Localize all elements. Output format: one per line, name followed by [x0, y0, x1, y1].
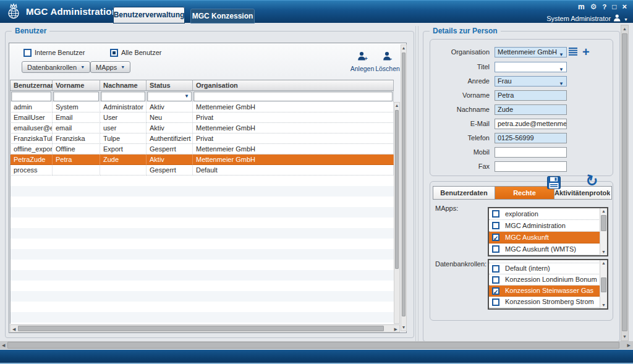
filter-input[interactable]	[11, 91, 51, 101]
table-cell: Petra	[53, 154, 100, 165]
filter-input[interactable]	[101, 91, 145, 101]
scrollbar-thumb[interactable]	[622, 33, 627, 331]
mapps-list-scrollbar[interactable]: ▲ ▼	[600, 208, 607, 255]
datenbankrollen-dropdown-label: Datenbankrollen	[27, 62, 77, 72]
scroll-down-icon[interactable]: ▼	[600, 302, 607, 308]
scrollbar-thumb[interactable]	[7, 342, 619, 349]
scroll-up-icon[interactable]: ▲	[600, 260, 607, 266]
nachname-field[interactable]: Zude	[495, 104, 567, 115]
item-checkbox[interactable]	[492, 210, 499, 218]
tab-rechte[interactable]: Rechte	[495, 187, 554, 199]
maximize-icon[interactable]: □	[612, 3, 616, 11]
scroll-down-icon[interactable]: ▼	[621, 334, 628, 340]
table-vertical-scrollbar[interactable]: ▲	[394, 102, 400, 324]
gear-icon[interactable]: ⚙	[590, 3, 597, 11]
scroll-up-icon[interactable]: ▲	[401, 45, 406, 51]
e-mail-field[interactable]: petra.zude@mettenmeier.de	[495, 119, 567, 129]
roles-list-scrollbar[interactable]: ▲ ▼	[600, 260, 607, 308]
scroll-left-icon[interactable]: ◀	[2, 341, 5, 349]
scrollbar-thumb[interactable]	[395, 110, 399, 269]
column-header[interactable]: Organisation	[193, 80, 394, 91]
filter-input[interactable]	[193, 91, 393, 101]
item-label: Default (intern)	[505, 265, 550, 272]
table-cell: Export	[100, 144, 147, 154]
brand-m-icon[interactable]: m	[578, 3, 585, 11]
field-label: Vorname	[433, 90, 490, 101]
item-checkbox[interactable]	[492, 287, 499, 295]
list-item[interactable]: Default (intern)	[489, 263, 600, 274]
anrede-select[interactable]: Frau▼	[495, 76, 567, 87]
list-item[interactable]: MGC Auskunft (WMTS)	[489, 243, 600, 255]
list-item[interactable]: MGC Auskunft	[489, 232, 600, 243]
scroll-right-icon[interactable]: ▶	[627, 341, 631, 349]
table-row[interactable]: FranziskaTulpeFranziskaTulpeAuthentifizi…	[10, 133, 394, 144]
tab-benutzerdaten[interactable]: Benutzerdaten	[433, 187, 495, 199]
column-header[interactable]: Status	[147, 80, 193, 91]
column-header[interactable]: Nachname	[100, 80, 147, 91]
add-organisation-icon[interactable]: +	[582, 46, 590, 57]
scroll-up-icon[interactable]: ▲	[621, 26, 628, 32]
column-header[interactable]: Benutzername	[10, 80, 53, 91]
list-item[interactable]: Konzession Londinium Bonum	[489, 274, 600, 286]
scrollbar-thumb[interactable]	[601, 215, 606, 231]
user-menu[interactable]: System Administrator ▼	[546, 14, 628, 23]
chevron-down-icon[interactable]: ▼	[184, 93, 189, 99]
titel-select[interactable]: ▼	[495, 62, 567, 72]
panel-splitter[interactable]	[418, 26, 418, 347]
tab-aktivit-tenprotokoll[interactable]: Aktivitätenprotokoll	[554, 187, 610, 199]
window-vertical-scrollbar[interactable]: ▲ ▼	[621, 25, 629, 341]
scrollbar-thumb[interactable]	[18, 326, 384, 331]
table-row[interactable]: adminSystemAdministratorAktivMettenmeier…	[10, 102, 394, 112]
vorname-field[interactable]: Petra	[495, 90, 567, 101]
list-item[interactable]: Konzession Stromberg Strom	[489, 297, 600, 308]
scroll-down-icon[interactable]: ▼	[600, 249, 607, 255]
datenbankrollen-dropdown-button[interactable]: Datenbankrollen▼	[22, 61, 90, 73]
table-horizontal-scrollbar[interactable]: ◀ ▶	[10, 324, 400, 332]
item-checkbox[interactable]	[492, 222, 499, 229]
scroll-up-icon[interactable]: ▲	[394, 103, 399, 109]
loeschen-button[interactable]: - Löschen	[374, 51, 401, 72]
organisation-select[interactable]: Mettenmeier GmbH▼	[495, 47, 567, 57]
item-checkbox[interactable]	[492, 276, 499, 284]
column-header[interactable]: Vorname	[53, 80, 100, 91]
scroll-left-icon[interactable]: ◀	[12, 325, 15, 333]
item-checkbox[interactable]	[492, 245, 499, 253]
table-row[interactable]: offline_exportOfflineExportGesperrtMette…	[10, 144, 394, 154]
alle-benutzer-checkbox[interactable]	[110, 49, 118, 57]
item-checkbox[interactable]	[492, 265, 499, 273]
panel-vertical-scrollbar[interactable]: ▲ ▼	[401, 44, 407, 331]
table-cell: Gesperrt	[147, 144, 193, 154]
tab-benutzerverwaltung[interactable]: Benutzerverwaltung	[113, 7, 185, 23]
bottom-status-bar	[0, 350, 633, 364]
list-icon[interactable]	[569, 47, 577, 58]
mapps-dropdown-button[interactable]: MApps▼	[90, 61, 130, 73]
window-horizontal-scrollbar[interactable]: ◀ ▶	[0, 341, 633, 349]
telefon-field[interactable]: 0125-56999	[495, 133, 567, 143]
table-row[interactable]: processGesperrtDefault	[10, 165, 394, 176]
tab-mgc-konzession[interactable]: MGC Konzession	[190, 9, 255, 23]
list-item[interactable]: exploration	[489, 208, 600, 220]
help-icon[interactable]: ?	[602, 3, 606, 11]
scrollbar-thumb[interactable]	[402, 53, 406, 316]
item-checkbox[interactable]	[492, 298, 499, 306]
mobil-field[interactable]	[495, 147, 567, 158]
table-row[interactable]: PetraZudePetraZudeAktivMettenmeier GmbH	[10, 154, 394, 165]
interne-benutzer-checkbox[interactable]	[23, 49, 32, 57]
save-button[interactable]	[547, 176, 561, 192]
close-icon[interactable]: ×	[622, 3, 627, 11]
app-header: MGC Administration BenutzerverwaltungMGC…	[0, 0, 633, 23]
panel-splitter[interactable]	[415, 26, 416, 347]
fax-field[interactable]	[495, 161, 567, 172]
list-item[interactable]: MGC Administration	[489, 220, 600, 232]
filter-input[interactable]	[53, 91, 99, 101]
scroll-down-icon[interactable]: ▼	[401, 324, 406, 331]
table-row[interactable]: emailuser@e...emailuserAktivMettenmeier …	[10, 123, 394, 133]
list-item[interactable]: Konzession Steinwasser Gas	[489, 286, 600, 297]
anlegen-button[interactable]: + Anlegen	[349, 51, 376, 72]
field-label: Fax	[433, 161, 490, 172]
scroll-up-icon[interactable]: ▲	[600, 208, 607, 214]
table-row[interactable]: EmailUserEmailUserNeuPrivat	[10, 112, 394, 123]
item-checkbox[interactable]	[492, 234, 499, 241]
scrollbar-thumb[interactable]	[601, 277, 606, 292]
scroll-right-icon[interactable]: ▶	[394, 325, 397, 333]
